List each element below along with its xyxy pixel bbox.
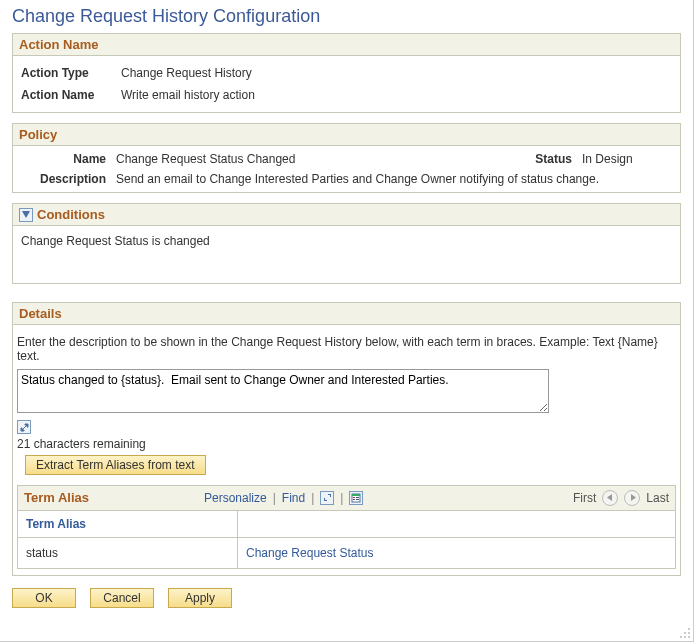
- svg-point-10: [684, 632, 686, 634]
- action-type-value: Change Request History: [121, 66, 672, 80]
- conditions-header: Conditions: [37, 207, 105, 222]
- action-name-group: Action Name Action Type Change Request H…: [12, 33, 681, 113]
- ok-button[interactable]: OK: [12, 588, 76, 608]
- action-name-value: Write email history action: [121, 88, 672, 102]
- svg-rect-3: [353, 497, 355, 498]
- policy-group: Policy Name Change Request Status Change…: [12, 123, 681, 193]
- conditions-group: Conditions Change Request Status is chan…: [12, 203, 681, 284]
- svg-rect-4: [356, 497, 359, 498]
- policy-status-label: Status: [522, 152, 582, 166]
- svg-point-12: [680, 636, 682, 638]
- table-row: status Change Request Status: [18, 537, 675, 568]
- grid-first-label: First: [573, 491, 596, 505]
- history-description-textarea[interactable]: [17, 369, 549, 413]
- term-column-header: [238, 511, 675, 537]
- svg-point-11: [688, 632, 690, 634]
- conditions-text: Change Request Status is changed: [21, 234, 672, 248]
- term-grid-title: Term Alias: [24, 490, 204, 505]
- collapse-toggle-icon[interactable]: [19, 208, 33, 222]
- details-instruction: Enter the description to be shown in the…: [17, 331, 676, 369]
- view-all-icon[interactable]: [320, 491, 334, 505]
- extract-aliases-button[interactable]: Extract Term Aliases from text: [25, 455, 206, 475]
- action-type-label: Action Type: [21, 66, 121, 80]
- grid-last-label: Last: [646, 491, 669, 505]
- svg-point-13: [684, 636, 686, 638]
- svg-marker-0: [22, 211, 30, 218]
- policy-header: Policy: [12, 123, 681, 146]
- expand-textarea-icon[interactable]: [17, 420, 31, 434]
- policy-status-value: In Design: [582, 152, 672, 166]
- personalize-link[interactable]: Personalize: [204, 491, 267, 505]
- term-alias-grid: Term Alias Personalize | Find | |: [17, 485, 676, 569]
- policy-name-value: Change Request Status Changed: [116, 152, 522, 166]
- svg-rect-5: [353, 499, 355, 500]
- term-link[interactable]: Change Request Status: [246, 546, 373, 560]
- cancel-button[interactable]: Cancel: [90, 588, 154, 608]
- svg-point-14: [688, 636, 690, 638]
- action-name-header: Action Name: [12, 33, 681, 56]
- policy-desc-label: Description: [21, 172, 116, 186]
- details-group: Details Enter the description to be show…: [12, 302, 681, 576]
- svg-rect-2: [352, 494, 360, 496]
- policy-desc-value: Send an email to Change Interested Parti…: [116, 172, 672, 186]
- svg-marker-8: [631, 494, 636, 501]
- page-title: Change Request History Configuration: [12, 6, 681, 27]
- action-name-label: Action Name: [21, 88, 121, 102]
- chars-remaining-text: 21 characters remaining: [17, 437, 676, 451]
- grid-prev-icon[interactable]: [602, 490, 618, 506]
- details-header: Details: [12, 302, 681, 325]
- resize-grip-icon[interactable]: [679, 627, 691, 639]
- apply-button[interactable]: Apply: [168, 588, 232, 608]
- grid-next-icon[interactable]: [624, 490, 640, 506]
- term-alias-column-header[interactable]: Term Alias: [18, 511, 238, 537]
- svg-marker-7: [607, 494, 612, 501]
- term-alias-cell: status: [18, 538, 238, 568]
- download-icon[interactable]: [349, 491, 363, 505]
- policy-name-label: Name: [21, 152, 116, 166]
- svg-point-9: [688, 628, 690, 630]
- find-link[interactable]: Find: [282, 491, 305, 505]
- svg-rect-6: [356, 499, 359, 500]
